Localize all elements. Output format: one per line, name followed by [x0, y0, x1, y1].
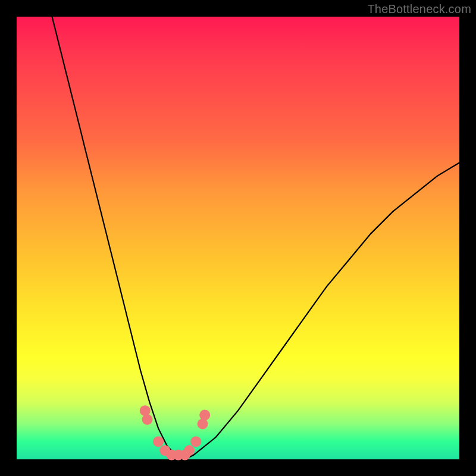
- watermark-text: TheBottleneck.com: [367, 2, 471, 16]
- chart-plot-area: [17, 17, 459, 459]
- chart-svg: [17, 17, 459, 459]
- highlight-dot: [142, 414, 153, 425]
- chart-frame: TheBottleneck.com: [0, 0, 476, 476]
- highlight-dot: [199, 410, 210, 421]
- highlight-dot: [190, 436, 201, 447]
- bottleneck-curve: [52, 17, 460, 459]
- highlight-dot: [184, 445, 195, 456]
- highlight-dot: [153, 436, 164, 447]
- highlight-dots: [140, 405, 210, 460]
